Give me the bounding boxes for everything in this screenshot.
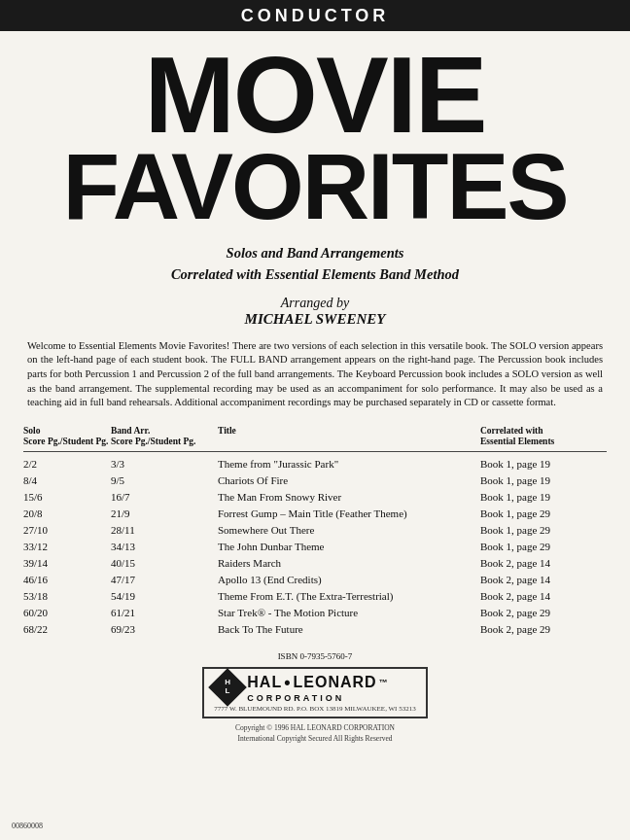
col-corr: Book 1, page 29 [480, 541, 607, 552]
col4-header: Correlated with Essential Elements [480, 426, 607, 448]
col-solo: 60/20 [23, 607, 111, 618]
hal-name: HAL • LEONARD ™ [247, 673, 388, 693]
toc-block: Solo Score Pg./Student Pg. Band Arr. Sco… [23, 426, 607, 638]
hal-left: HAL [247, 674, 282, 691]
arranged-by-label: Arranged by [281, 296, 349, 310]
logo-inner: HL HAL • LEONARD ™ CORPORATION [214, 673, 415, 703]
arranged-by-block: Arranged by MICHAEL SWEENEY [0, 296, 630, 328]
table-row: 39/14 40/15 Raiders March Book 2, page 1… [23, 555, 607, 572]
col-title: Forrest Gump – Main Title (Feather Theme… [218, 508, 480, 519]
copyright-line1: Copyright © 1996 HAL LEONARD CORPORATION [0, 722, 630, 733]
hal-leonard-logo: HL HAL • LEONARD ™ CORPORATION 7777 W. B… [202, 667, 427, 718]
main-title-block: MOVIE FAVORITES [0, 31, 630, 233]
col-title: Chariots Of Fire [218, 474, 480, 486]
conductor-label: CONDUCTOR [241, 6, 390, 25]
col-solo: 2/2 [23, 458, 111, 470]
col-corr: Book 1, page 29 [480, 524, 607, 536]
col-band: 47/17 [111, 574, 218, 585]
title-line2: FAVORITES [19, 140, 611, 233]
copyright-line2: International Copyright Secured All Righ… [0, 733, 630, 744]
col-solo: 27/10 [23, 524, 111, 536]
col-band: 54/19 [111, 590, 218, 602]
col-band: 21/9 [111, 508, 218, 519]
col-band: 16/7 [111, 491, 218, 503]
col-corr: Book 1, page 29 [480, 508, 607, 519]
description-text: Welcome to Essential Elements Movie Favo… [27, 339, 603, 410]
col3-header: Title [218, 426, 480, 448]
col1-header: Solo Score Pg./Student Pg. [23, 426, 111, 448]
table-row: 33/12 34/13 The John Dunbar Theme Book 1… [23, 539, 607, 555]
col-corr: Book 1, page 19 [480, 491, 607, 503]
subtitle-line1: Solos and Band Arrangements [0, 243, 630, 264]
col-title: Theme From E.T. (The Extra-Terrestrial) [218, 590, 480, 602]
col-band: 3/3 [111, 458, 218, 470]
col-corr: Book 2, page 29 [480, 623, 607, 635]
col-solo: 33/12 [23, 541, 111, 552]
col-band: 69/23 [111, 623, 218, 635]
table-row: 8/4 9/5 Chariots Of Fire Book 1, page 19 [23, 472, 607, 489]
col-title: The John Dunbar Theme [218, 541, 480, 552]
hal-tm: ™ [379, 678, 389, 687]
table-row: 68/22 69/23 Back To The Future Book 2, p… [23, 621, 607, 638]
table-row: 2/2 3/3 Theme from "Jurassic Park" Book … [23, 456, 607, 472]
diamond-text: HL [225, 679, 230, 696]
col-corr: Book 2, page 29 [480, 607, 607, 618]
table-row: 15/6 16/7 The Man From Snowy River Book … [23, 489, 607, 506]
col-corr: Book 2, page 14 [480, 557, 607, 569]
hal-corp: CORPORATION [247, 693, 388, 703]
col-title: Back To The Future [218, 623, 480, 635]
col-band: 28/11 [111, 524, 218, 536]
col-title: Apollo 13 (End Credits) [218, 574, 480, 585]
col-title: Star Trek® - The Motion Picture [218, 607, 480, 618]
table-row: 20/8 21/9 Forrest Gump – Main Title (Fea… [23, 506, 607, 522]
subtitle-block: Solos and Band Arrangements Correlated w… [0, 243, 630, 286]
col-solo: 15/6 [23, 491, 111, 503]
copyright-block: Copyright © 1996 HAL LEONARD CORPORATION… [0, 722, 630, 745]
col-solo: 46/16 [23, 574, 111, 585]
col-band: 61/21 [111, 607, 218, 618]
hal-right: LEONARD [294, 674, 377, 691]
col-corr: Book 1, page 19 [480, 458, 607, 470]
toc-rows: 2/2 3/3 Theme from "Jurassic Park" Book … [23, 456, 607, 638]
col-band: 40/15 [111, 557, 218, 569]
col-band: 34/13 [111, 541, 218, 552]
col-solo: 20/8 [23, 508, 111, 519]
subtitle-line2: Correlated with Essential Elements Band … [0, 264, 630, 286]
hal-address: 7777 W. BLUEMOUND RD. P.O. BOX 13819 MIL… [214, 705, 415, 713]
hal-text-block: HAL • LEONARD ™ CORPORATION [247, 673, 388, 703]
col-solo: 39/14 [23, 557, 111, 569]
col-title: Raiders March [218, 557, 480, 569]
col-solo: 8/4 [23, 474, 111, 486]
header-bar: CONDUCTOR [0, 0, 630, 31]
table-row: 60/20 61/21 Star Trek® - The Motion Pict… [23, 605, 607, 621]
table-row: 27/10 28/11 Somewhere Out There Book 1, … [23, 522, 607, 539]
col-title: The Man From Snowy River [218, 491, 480, 503]
col2-header: Band Arr. Score Pg./Student Pg. [111, 426, 218, 448]
hal-dot: • [284, 673, 291, 693]
col-corr: Book 1, page 19 [480, 474, 607, 486]
col-band: 9/5 [111, 474, 218, 486]
col-solo: 68/22 [23, 623, 111, 635]
col-solo: 53/18 [23, 590, 111, 602]
col-corr: Book 2, page 14 [480, 590, 607, 602]
hal-diamond: HL [208, 668, 247, 707]
col-corr: Book 2, page 14 [480, 574, 607, 585]
table-row: 53/18 54/19 Theme From E.T. (The Extra-T… [23, 588, 607, 605]
isbn-text: ISBN 0-7935-5760-7 [0, 651, 630, 661]
bottom-code: 00860008 [12, 822, 43, 830]
hal-leonard-logo-area: HL HAL • LEONARD ™ CORPORATION 7777 W. B… [0, 667, 630, 718]
col-title: Theme from "Jurassic Park" [218, 458, 480, 470]
toc-header: Solo Score Pg./Student Pg. Band Arr. Sco… [23, 426, 607, 452]
table-row: 46/16 47/17 Apollo 13 (End Credits) Book… [23, 572, 607, 588]
arranger-name: MICHAEL SWEENEY [0, 311, 630, 328]
col-title: Somewhere Out There [218, 524, 480, 536]
